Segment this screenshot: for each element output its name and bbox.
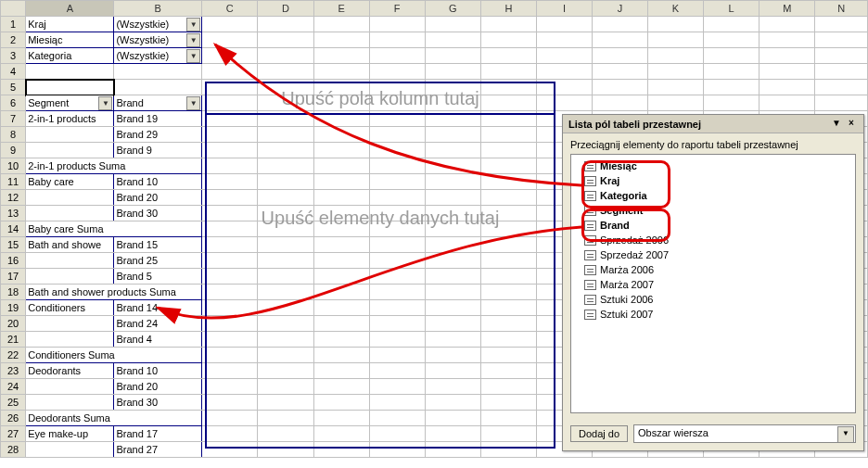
cell-E15[interactable]	[313, 237, 369, 253]
cell-N4[interactable]	[815, 64, 868, 80]
cell-H25[interactable]	[480, 395, 536, 411]
cell-B25[interactable]: Brand 30	[114, 395, 202, 411]
fieldlist-body[interactable]: MiesiącKrajKategoriaSegmentBrandSprzedaż…	[570, 154, 856, 413]
row-header[interactable]: 25	[1, 395, 26, 411]
cell-C17[interactable]	[202, 269, 258, 285]
cell-A14[interactable]: Baby care Suma	[26, 221, 202, 237]
cell-C1[interactable]	[202, 17, 258, 32]
cell-D15[interactable]	[258, 237, 313, 253]
cell-G3[interactable]	[425, 48, 480, 64]
cell-E25[interactable]	[313, 395, 369, 411]
cell-C13[interactable]	[202, 206, 258, 221]
cell-D25[interactable]	[258, 395, 313, 411]
cell-K6[interactable]	[647, 95, 703, 111]
cell-H18[interactable]	[480, 285, 536, 300]
cell-C23[interactable]	[202, 363, 258, 379]
cell-D9[interactable]	[258, 143, 313, 158]
cell-K1[interactable]	[647, 17, 703, 32]
cell-A7[interactable]: 2-in-1 products	[26, 111, 114, 127]
cell-F10[interactable]	[369, 158, 425, 174]
row-header[interactable]: 3	[1, 48, 26, 64]
cell-D8[interactable]	[258, 127, 313, 143]
cell-B11[interactable]: Brand 10	[114, 174, 202, 190]
cell-D20[interactable]	[258, 316, 313, 332]
cell-D12[interactable]	[258, 190, 313, 206]
add-to-button[interactable]: Dodaj do	[570, 425, 628, 442]
cell-F23[interactable]	[369, 363, 425, 379]
cell-B8[interactable]: Brand 29	[114, 127, 202, 143]
cell-D2[interactable]	[258, 32, 313, 48]
cell-E10[interactable]	[313, 158, 369, 174]
cell-E19[interactable]	[313, 300, 369, 316]
field-item[interactable]: Sztuki 2007	[582, 307, 851, 322]
cell-C3[interactable]	[202, 48, 258, 64]
select-all-corner[interactable]	[1, 1, 26, 17]
cell-H7[interactable]	[480, 111, 536, 127]
cell-D28[interactable]	[258, 442, 313, 458]
cell-H14[interactable]	[480, 221, 536, 237]
cell-M6[interactable]	[760, 95, 815, 111]
cell-E7[interactable]	[313, 111, 369, 127]
cell-H20[interactable]	[480, 316, 536, 332]
cell-F5[interactable]	[369, 80, 425, 95]
cell-K3[interactable]	[647, 48, 703, 64]
cell-G7[interactable]	[425, 111, 480, 127]
cell-K5[interactable]	[647, 80, 703, 95]
cell-B19[interactable]: Brand 14	[114, 300, 202, 316]
cell-E16[interactable]	[313, 253, 369, 269]
cell-C7[interactable]	[202, 111, 258, 127]
cell-B4[interactable]	[114, 64, 202, 80]
cell-L1[interactable]	[704, 17, 760, 32]
pivot-row-field-brand[interactable]: Brand	[114, 95, 202, 111]
cell-D23[interactable]	[258, 363, 313, 379]
row-header[interactable]: 24	[1, 379, 26, 395]
cell-C28[interactable]	[202, 442, 258, 458]
cell-D18[interactable]	[258, 285, 313, 300]
cell-N1[interactable]	[815, 17, 868, 32]
cell-E11[interactable]	[313, 174, 369, 190]
cell-L2[interactable]	[704, 32, 760, 48]
col-header-N[interactable]: N	[815, 1, 868, 17]
cell-E14[interactable]	[313, 221, 369, 237]
cell-F19[interactable]	[369, 300, 425, 316]
cell-B24[interactable]: Brand 20	[114, 379, 202, 395]
cell-H12[interactable]	[480, 190, 536, 206]
cell-F1[interactable]	[369, 17, 425, 32]
row-header[interactable]: 12	[1, 190, 26, 206]
cell-F27[interactable]	[369, 426, 425, 442]
row-header[interactable]: 14	[1, 221, 26, 237]
cell-H16[interactable]	[480, 253, 536, 269]
cell-D13[interactable]	[258, 206, 313, 221]
cell-A28[interactable]	[26, 442, 114, 458]
row-header[interactable]: 6	[1, 95, 26, 111]
field-item[interactable]: Kraj	[582, 173, 851, 188]
cell-A23[interactable]: Deodorants	[26, 363, 114, 379]
cell-B28[interactable]: Brand 27	[114, 442, 202, 458]
cell-H10[interactable]	[480, 158, 536, 174]
row-header[interactable]: 8	[1, 127, 26, 143]
cell-C12[interactable]	[202, 190, 258, 206]
cell-L6[interactable]	[704, 95, 760, 111]
cell-G13[interactable]	[425, 206, 480, 221]
cell-L3[interactable]	[704, 48, 760, 64]
row-header[interactable]: 22	[1, 348, 26, 363]
cell-H22[interactable]	[480, 348, 536, 363]
cell-D1[interactable]	[258, 17, 313, 32]
cell-E22[interactable]	[313, 348, 369, 363]
cell-G20[interactable]	[425, 316, 480, 332]
cell-G19[interactable]	[425, 300, 480, 316]
cell-I6[interactable]	[537, 95, 593, 111]
cell-H3[interactable]	[480, 48, 536, 64]
cell-H27[interactable]	[480, 426, 536, 442]
cell-D7[interactable]	[258, 111, 313, 127]
row-header[interactable]: 4	[1, 64, 26, 80]
col-header-J[interactable]: J	[592, 1, 647, 17]
cell-E24[interactable]	[313, 379, 369, 395]
cell-H24[interactable]	[480, 379, 536, 395]
cell-H9[interactable]	[480, 143, 536, 158]
cell-A17[interactable]	[26, 269, 114, 285]
cell-C21[interactable]	[202, 332, 258, 348]
cell-A4[interactable]	[26, 64, 114, 80]
cell-I4[interactable]	[537, 64, 593, 80]
cell-C10[interactable]	[202, 158, 258, 174]
